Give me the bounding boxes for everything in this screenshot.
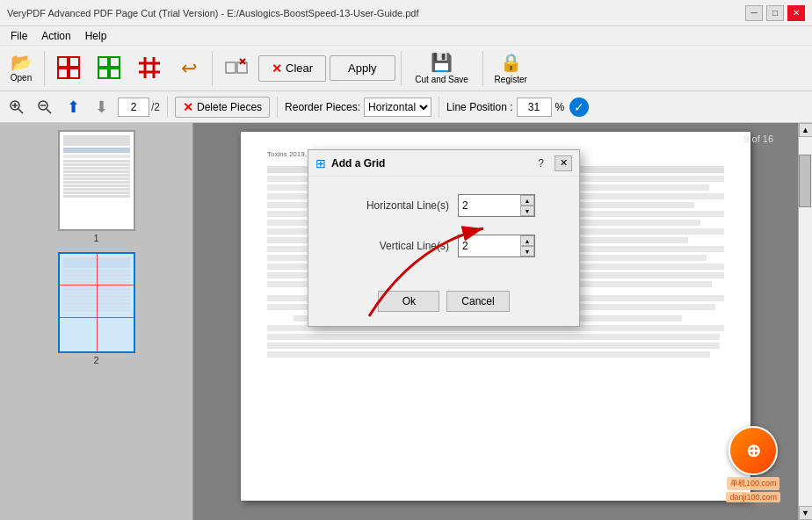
- register-button[interactable]: 🔒 Register: [489, 47, 533, 89]
- line-position-input[interactable]: [517, 98, 552, 117]
- toolbar-sep-4: [482, 51, 483, 86]
- register-lock-icon: 🔒: [500, 52, 522, 73]
- horizontal-input[interactable]: [459, 195, 520, 216]
- dialog-titlebar: ⊞ Add a Grid ? ✕: [308, 150, 579, 177]
- titlebar: VeryPDF Advanced PDF Page Cut (Trial Ver…: [0, 0, 812, 26]
- watermark-logo: ⊕: [729, 426, 778, 475]
- tb2-sep-3: [439, 97, 439, 118]
- pdf-view: 9 of 16 Toxins 2019, 11, 389: [193, 123, 798, 520]
- delete-pieces-button[interactable]: ✕ Delete Pieces: [175, 97, 270, 118]
- svg-line-17: [18, 109, 23, 113]
- reorder-group: Reorder Pieces: Horizontal Vertical: [285, 98, 431, 117]
- grid-red-icon: [56, 55, 81, 82]
- horizontal-spin-up[interactable]: ▲: [520, 195, 534, 206]
- tb2-sep-1: [167, 97, 168, 118]
- dialog-close-button[interactable]: ✕: [555, 155, 572, 171]
- vertical-row: Vertical Line(s) ▲ ▼: [326, 235, 562, 257]
- split-button[interactable]: [218, 51, 255, 86]
- dialog-footer: Ok Cancel: [308, 284, 579, 326]
- page-count: 9 of 16: [743, 134, 773, 144]
- maximize-button[interactable]: □: [766, 5, 784, 21]
- grid-green-button[interactable]: [91, 51, 127, 86]
- watermark-subtext: danji100.com: [726, 492, 780, 502]
- scroll-up-button[interactable]: ▲: [799, 123, 813, 137]
- watermark-text: 单机100.com: [727, 477, 780, 490]
- confirm-line-button[interactable]: ✓: [569, 98, 589, 117]
- page-input-group: /2: [118, 98, 160, 117]
- zoom-out-button[interactable]: [33, 96, 56, 119]
- undo-icon: ↩: [181, 57, 197, 80]
- apply-label: Apply: [348, 61, 377, 75]
- svg-line-21: [47, 109, 51, 113]
- menu-help[interactable]: Help: [78, 28, 114, 44]
- add-grid-dialog: ⊞ Add a Grid ? ✕ Horizontal Line(s) ▲ ▼: [308, 149, 580, 327]
- cut-save-label: Cut and Save: [415, 75, 468, 84]
- scroll-down-button[interactable]: ▼: [799, 506, 813, 520]
- menubar: File Action Help: [0, 26, 812, 46]
- svg-rect-6: [98, 69, 108, 78]
- dialog-body: Horizontal Line(s) ▲ ▼ Vertical Line(s): [308, 177, 579, 284]
- delete-x-icon: ✕: [183, 100, 193, 114]
- horizontal-spinners: ▲ ▼: [520, 195, 534, 216]
- cut-save-button[interactable]: 💾 Cut and Save: [407, 47, 477, 89]
- thumbnail-2[interactable]: 2: [58, 252, 135, 365]
- dialog-cancel-button[interactable]: Cancel: [446, 291, 509, 312]
- thumb-2-preview: [60, 254, 134, 351]
- save-icon: 💾: [431, 52, 453, 73]
- register-label: Register: [495, 75, 527, 84]
- toolbar-sep-3: [401, 51, 402, 86]
- undo-button[interactable]: ↩: [171, 53, 207, 84]
- title-text: VeryPDF Advanced PDF Page Cut (Trial Ver…: [7, 8, 419, 18]
- open-button[interactable]: 📂 Open: [4, 49, 39, 87]
- dialog-help-button[interactable]: ?: [533, 155, 549, 171]
- vertical-spin-up[interactable]: ▲: [520, 235, 534, 246]
- watermark-symbol: ⊕: [746, 440, 761, 461]
- svg-rect-5: [110, 57, 120, 67]
- svg-rect-7: [110, 69, 120, 78]
- line-position-group: Line Position : %: [446, 98, 564, 117]
- line-position-unit: %: [555, 101, 565, 113]
- vertical-spin-down[interactable]: ▼: [520, 246, 534, 256]
- toolbar-sep-1: [44, 51, 45, 86]
- tb2-sep-2: [277, 97, 278, 118]
- reorder-select[interactable]: Horizontal Vertical: [364, 98, 431, 117]
- scroll-thumb[interactable]: [799, 155, 811, 207]
- svg-rect-2: [58, 69, 68, 78]
- thumb-1-preview: [60, 132, 134, 229]
- thumbnail-panel: 1: [0, 123, 193, 520]
- open-icon: 📂: [11, 54, 33, 71]
- page-down-button[interactable]: ⬇: [90, 96, 112, 119]
- open-label: Open: [11, 73, 32, 83]
- zoom-in-button[interactable]: [5, 96, 28, 119]
- thumbnail-1[interactable]: 1: [58, 130, 135, 243]
- vertical-spinners: ▲ ▼: [520, 235, 534, 256]
- svg-rect-12: [226, 62, 236, 73]
- secondary-toolbar: ⬆ ⬇ /2 ✕ Delete Pieces Reorder Pieces: H…: [0, 91, 812, 123]
- svg-rect-1: [69, 57, 79, 67]
- reorder-label: Reorder Pieces:: [285, 101, 360, 113]
- clear-button[interactable]: ✕ Clear: [258, 55, 326, 82]
- hash-grid-button[interactable]: [131, 51, 168, 86]
- line-position-label: Line Position :: [446, 101, 512, 113]
- minimize-button[interactable]: ─: [745, 5, 763, 21]
- menu-file[interactable]: File: [4, 28, 34, 44]
- delete-pieces-label: Delete Pieces: [197, 101, 262, 113]
- vertical-input-group: ▲ ▼: [458, 235, 535, 257]
- page-total-text: /2: [151, 101, 160, 113]
- grid-green-icon: [97, 55, 121, 82]
- scroll-track: [799, 137, 812, 506]
- dialog-ok-button[interactable]: Ok: [378, 291, 439, 312]
- grid-icon-red-button[interactable]: [50, 51, 87, 86]
- vertical-input[interactable]: [459, 235, 520, 256]
- page-current-input[interactable]: [118, 98, 149, 117]
- page-up-button[interactable]: ⬆: [62, 96, 84, 119]
- close-button[interactable]: ✕: [787, 5, 805, 21]
- hash-grid-icon: [137, 55, 162, 82]
- dialog-title-icon: ⊞: [315, 156, 326, 170]
- menu-action[interactable]: Action: [34, 28, 77, 44]
- horizontal-spin-down[interactable]: ▼: [520, 206, 534, 216]
- thumb-1-label: 1: [93, 233, 98, 243]
- apply-button[interactable]: Apply: [330, 55, 395, 81]
- vertical-label: Vertical Line(s): [326, 240, 458, 252]
- watermark: ⊕ 单机100.com danji100.com: [726, 426, 780, 502]
